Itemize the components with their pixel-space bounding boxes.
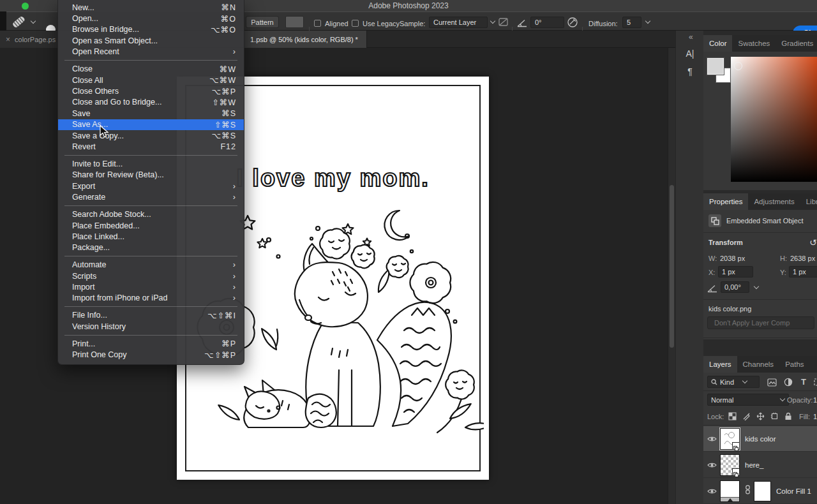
file-menu-item[interactable]: Close Others⌥⌘P — [58, 85, 244, 96]
layer-mask-thumbnail[interactable] — [754, 481, 771, 501]
lock-position-icon[interactable] — [754, 410, 766, 422]
height-value[interactable]: 2638 px — [790, 255, 815, 262]
file-menu-item[interactable]: Place Embedded... — [58, 220, 244, 231]
rotation-chevron-icon[interactable] — [754, 284, 759, 289]
use-legacy-checkbox[interactable] — [352, 20, 359, 27]
file-menu-item[interactable]: Share for Review (Beta)... — [58, 170, 244, 181]
lock-all-icon[interactable] — [783, 410, 794, 422]
file-menu-item[interactable]: Open...⌘O — [58, 13, 244, 24]
file-menu-item[interactable]: Package... — [58, 242, 244, 253]
file-menu-item[interactable]: Import› — [58, 281, 244, 292]
y-input[interactable]: 1 px — [789, 266, 817, 278]
pattern-swatch[interactable] — [285, 16, 304, 28]
layer-visibility-toggle[interactable] — [703, 462, 720, 468]
tab-swatches[interactable]: Swatches — [732, 35, 776, 52]
layer-visibility-toggle[interactable] — [703, 488, 720, 494]
filter-type-layers-icon[interactable]: T — [798, 376, 809, 387]
menu-item-label: Save a Copy... — [72, 131, 124, 140]
document-tab-active[interactable]: 1.psb @ 50% (kids color, RGB/8) * — [244, 31, 367, 48]
filter-smart-objects-icon[interactable] — [812, 376, 817, 388]
file-menu-item[interactable]: Import from iPhone or iPad› — [58, 293, 244, 304]
file-menu-item[interactable]: Generate› — [58, 191, 244, 202]
file-menu-item[interactable]: Scripts› — [58, 271, 244, 281]
filter-pixel-layers-icon[interactable] — [766, 376, 777, 388]
angle-input[interactable]: 0° — [530, 17, 564, 28]
pressure-icon[interactable] — [567, 17, 578, 31]
pattern-mode-button[interactable]: Pattern — [246, 16, 279, 28]
tab-gradients[interactable]: Gradients — [776, 35, 817, 52]
lock-transparency-icon[interactable] — [726, 410, 738, 422]
width-value[interactable]: 2038 px — [720, 255, 745, 262]
color-picker-field[interactable] — [731, 57, 817, 182]
file-menu-item[interactable]: Save As...⇧⌘S — [58, 119, 244, 130]
file-menu-item[interactable]: RevertF12 — [58, 141, 244, 152]
layer-name[interactable]: Color Fill 1 — [776, 487, 811, 495]
file-menu-item[interactable]: Close and Go to Bridge...⇧⌘W — [58, 97, 244, 108]
sample-select[interactable]: Current Layer — [429, 17, 488, 28]
file-menu-item[interactable]: Save⌘S — [58, 108, 244, 119]
file-menu-item[interactable]: Save a Copy...⌥⌘S — [58, 130, 244, 141]
layer-mask-link-icon[interactable] — [745, 485, 751, 497]
tab-paths[interactable]: Paths — [779, 356, 809, 373]
menu-item-label: Revert — [72, 142, 96, 151]
file-menu-item[interactable]: Export› — [58, 181, 244, 191]
lock-artboard-icon[interactable] — [768, 410, 780, 422]
tab-color[interactable]: Color — [703, 35, 732, 52]
menu-item-shortcut: ⌘P — [221, 339, 236, 348]
file-menu-item[interactable]: Search Adobe Stock... — [58, 209, 244, 219]
character-panel-icon[interactable]: A| — [681, 46, 699, 61]
file-menu-item[interactable]: Print One Copy⌥⇧⌘P — [58, 350, 244, 360]
opacity-value[interactable]: 1 — [813, 396, 817, 404]
file-menu-item[interactable]: Invite to Edit... — [58, 158, 244, 169]
tab-close-icon[interactable]: × — [6, 35, 10, 44]
foreground-color-swatch[interactable] — [707, 58, 724, 75]
blend-mode-select[interactable]: Normal — [707, 394, 789, 406]
fill-layer-thumbnail[interactable] — [720, 480, 740, 502]
tab-channels[interactable]: Channels — [737, 356, 780, 373]
diffusion-chevron-icon[interactable] — [645, 19, 650, 24]
layer-name[interactable]: here_ — [745, 461, 763, 469]
layer-filter-select[interactable]: Kind — [707, 376, 760, 388]
aligned-checkbox[interactable] — [314, 20, 321, 27]
tab-layers[interactable]: Layers — [703, 356, 737, 373]
canvas-vertical-scrollbar[interactable] — [668, 48, 675, 504]
fill-value[interactable]: 1 — [813, 413, 817, 420]
x-input[interactable]: 1 px — [718, 266, 753, 278]
layer-thumbnail[interactable] — [720, 454, 740, 476]
layer-row[interactable]: here_ — [703, 452, 817, 478]
sample-all-layers-icon[interactable] — [498, 17, 509, 29]
file-menu-item[interactable]: Automate› — [58, 260, 244, 271]
file-menu-item[interactable]: Open Recent› — [58, 47, 244, 57]
paragraph-panel-icon[interactable]: ¶ — [681, 64, 699, 79]
file-menu-item[interactable]: Place Linked... — [58, 231, 244, 242]
tab-properties[interactable]: Properties — [703, 193, 748, 210]
sample-select-chevron-icon[interactable] — [490, 19, 495, 24]
file-menu-item[interactable]: File Info...⌥⇧⌘I — [58, 310, 244, 321]
tab-adjustments[interactable]: Adjustments — [748, 193, 800, 210]
tab-libraries[interactable]: Libraries — [800, 193, 817, 210]
file-menu-item[interactable]: Close All⌥⌘W — [58, 75, 244, 85]
diffusion-input[interactable]: 5 — [622, 17, 641, 28]
layer-name[interactable]: kids color — [745, 435, 776, 443]
file-menu-item[interactable]: New...⌘N — [58, 2, 244, 13]
lock-pixels-icon[interactable] — [740, 410, 752, 422]
pattern-stamp-tool-icon[interactable] — [9, 15, 28, 31]
layer-row[interactable]: kids color — [703, 426, 817, 452]
collapse-panels-icon[interactable]: « — [689, 33, 693, 41]
file-menu-item[interactable]: Browse in Bridge...⌥⌘O — [58, 24, 244, 35]
menu-item-label: Close Others — [72, 87, 119, 96]
transform-reset-icon[interactable]: ↺ — [809, 237, 817, 248]
scrollbar-thumb[interactable] — [670, 185, 674, 348]
layer-thumbnail[interactable] — [720, 428, 740, 450]
layer-visibility-toggle[interactable] — [703, 436, 720, 442]
layer-row[interactable]: Color Fill 1 — [703, 478, 817, 504]
file-menu-item[interactable]: Close⌘W — [58, 64, 244, 75]
tool-preset-chevron-icon[interactable] — [31, 19, 36, 24]
file-menu-item[interactable]: Version History — [58, 321, 244, 332]
file-menu-item[interactable]: Open as Smart Object... — [58, 35, 244, 46]
layer-comp-button[interactable]: Don't Apply Layer Comp — [707, 316, 814, 329]
filter-adjustment-layers-icon[interactable] — [783, 376, 794, 388]
file-menu-item[interactable]: Print...⌘P — [58, 338, 244, 349]
color-picker-ring-icon[interactable] — [734, 62, 742, 70]
rotation-input[interactable]: 0,00° — [721, 281, 749, 293]
